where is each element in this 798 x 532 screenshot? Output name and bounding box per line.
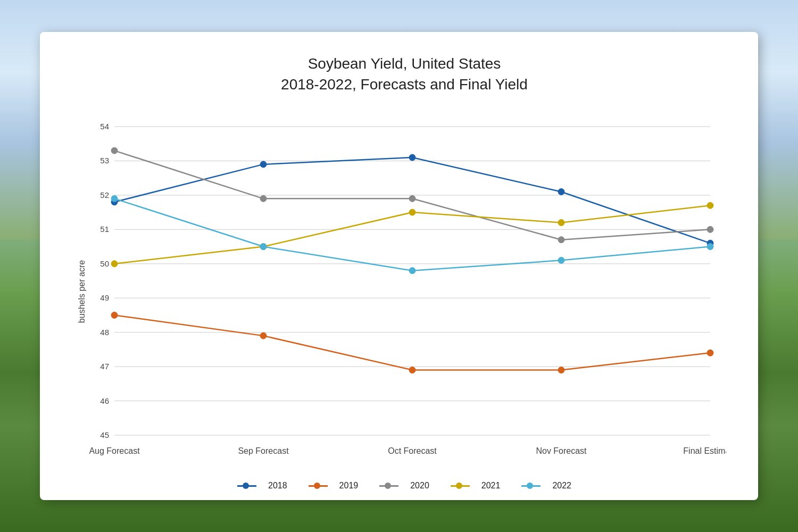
legend-item-2018: 2018 [237, 481, 287, 491]
svg-text:50: 50 [100, 259, 109, 268]
svg-text:Nov Forecast: Nov Forecast [536, 446, 587, 455]
svg-text:48: 48 [100, 328, 109, 337]
svg-point-28 [558, 189, 564, 195]
svg-point-32 [409, 367, 415, 373]
svg-point-43 [558, 220, 564, 226]
svg-point-45 [111, 196, 118, 202]
svg-point-49 [707, 244, 713, 250]
chart-title: Soybean Yield, United States 2018-2022, … [82, 53, 726, 95]
svg-text:Final Estimate: Final Estimate [683, 446, 726, 455]
svg-point-37 [409, 196, 415, 202]
svg-point-36 [260, 196, 267, 202]
legend-label-2019: 2019 [339, 481, 359, 491]
legend-label-2021: 2021 [481, 481, 501, 491]
svg-text:52: 52 [100, 190, 109, 200]
svg-text:51: 51 [100, 225, 109, 234]
legend-label-2022: 2022 [552, 481, 571, 491]
legend-item-2021: 2021 [451, 481, 501, 491]
legend-item-2022: 2022 [521, 481, 571, 491]
legend-label-2018: 2018 [268, 481, 287, 491]
svg-text:53: 53 [100, 156, 109, 165]
svg-point-27 [409, 154, 415, 161]
svg-text:Sep Forecast: Sep Forecast [238, 446, 289, 455]
svg-text:Oct Forecast: Oct Forecast [388, 446, 437, 455]
svg-point-31 [260, 332, 267, 339]
svg-text:Aug Forecast: Aug Forecast [89, 446, 140, 455]
svg-point-30 [111, 312, 118, 319]
svg-text:47: 47 [100, 362, 109, 371]
svg-point-48 [558, 257, 564, 264]
svg-point-40 [111, 261, 118, 267]
svg-point-35 [111, 147, 118, 154]
svg-point-46 [260, 244, 267, 250]
chart-svg: 45464748495051525354Aug ForecastSep Fore… [82, 111, 726, 472]
svg-point-38 [558, 237, 564, 243]
svg-point-33 [558, 367, 564, 373]
svg-point-39 [707, 227, 713, 233]
svg-text:49: 49 [100, 294, 109, 303]
legend-item-2019: 2019 [309, 481, 359, 491]
legend-label-2020: 2020 [410, 481, 429, 491]
svg-text:46: 46 [100, 396, 109, 405]
legend-item-2020: 2020 [379, 481, 429, 491]
chart-container: Soybean Yield, United States 2018-2022, … [40, 32, 758, 500]
chart-legend: 20182019202020212022 [82, 481, 726, 491]
svg-text:45: 45 [100, 430, 109, 439]
svg-point-47 [409, 268, 415, 274]
svg-point-34 [707, 350, 713, 356]
svg-point-44 [707, 203, 713, 209]
y-axis-label: bushels per acre [77, 260, 87, 323]
svg-point-42 [409, 209, 415, 215]
svg-point-26 [260, 161, 267, 168]
svg-text:54: 54 [100, 122, 109, 131]
chart-area: bushels per acre 45464748495051525354Aug… [82, 111, 726, 472]
